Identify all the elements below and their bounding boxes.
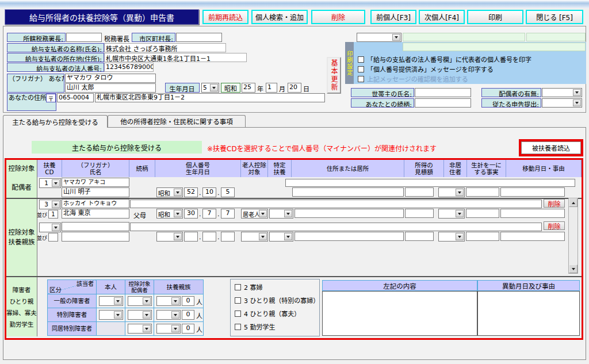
print-settings-dropdown[interactable] [357, 33, 401, 42]
dependent1-livelihood-input[interactable] [466, 209, 499, 218]
change-date-reason-textarea[interactable] [477, 291, 580, 336]
birth-month-input[interactable]: 1 [266, 83, 277, 93]
dependent2-birth-year-input[interactable] [184, 232, 198, 242]
employer-name-label: 給与支払者の名称(氏名): [7, 43, 104, 52]
spouse-income-input[interactable] [405, 187, 434, 197]
dependent2-cd-dropdown[interactable] [39, 223, 61, 232]
birth-year-input[interactable]: 25 [242, 83, 255, 93]
dependent1-furigana-input[interactable]: ホッカイ トウキョウ [62, 199, 129, 208]
single-parent-special-checkbox-row: 3 ひとり親（特別の寡婦） [235, 296, 319, 305]
close-button[interactable]: 閉じる [F5] [526, 10, 583, 24]
secondary-declaration-dropdown[interactable] [542, 98, 582, 108]
dependent2-number-field[interactable] [130, 223, 542, 231]
left-content-header: 左記の内容 [322, 280, 477, 291]
dependent1-specific-dropdown[interactable] [269, 209, 293, 219]
dependent2-elderly-dropdown[interactable] [241, 232, 268, 242]
municipality-input[interactable] [176, 33, 222, 42]
dependent2-change-input[interactable] [500, 232, 565, 241]
dependent1-number-field[interactable] [130, 200, 542, 208]
special-disability-spouse-dropdown[interactable] [128, 310, 152, 320]
delete-button[interactable]: 削除 [311, 10, 365, 24]
dependent2-birth-day-input[interactable] [221, 232, 235, 242]
dependent1-change-input[interactable] [500, 209, 565, 218]
employer-address-input[interactable]: 札幌市中央区大通東1条北1丁目1－1 [104, 53, 247, 62]
checkbox-icon[interactable] [358, 66, 364, 72]
previous-person-button[interactable]: 前個人[F3] [370, 10, 416, 24]
spouse-nonresident-dropdown[interactable] [438, 187, 465, 197]
dependent2-era-dropdown[interactable] [156, 232, 183, 242]
dependent2-furigana-input[interactable] [62, 222, 129, 231]
load-dependents-button[interactable]: 被扶養者読込 [521, 141, 581, 154]
dependent1-birth-year-input[interactable]: 30 [184, 209, 198, 219]
spouse-cd-dropdown[interactable]: 1 [39, 178, 61, 188]
postal-code-input[interactable]: 065-0004 [57, 93, 94, 102]
tax-office-input[interactable] [66, 33, 102, 42]
cohabit-special-disability-spouse-dropdown[interactable] [128, 324, 152, 334]
reload-previous-period-button[interactable]: 前期再読込 [202, 10, 248, 24]
checkbox-icon[interactable] [235, 324, 241, 330]
dependent2-income-input[interactable] [405, 232, 434, 241]
basic-update-button[interactable]: 基本更新 [327, 57, 341, 94]
employer-name-input[interactable]: 株式会社 さっぽろ事務所 [104, 43, 226, 52]
spouse-address-input[interactable] [292, 187, 404, 197]
dependent1-birth-day-input[interactable]: 7 [221, 209, 235, 219]
dependent2-delete-button[interactable]: 削除 [544, 221, 565, 230]
dependent1-order-input[interactable]: 1 [48, 210, 58, 219]
spouse-furigana-input[interactable]: ヤマカワ アキコ [62, 178, 129, 187]
checkbox-icon[interactable] [358, 76, 364, 82]
dropdown-arrow-icon [143, 297, 151, 305]
dependent1-name-input[interactable]: 北海 東京 [62, 209, 129, 219]
dependent2-birth-month-input[interactable] [202, 232, 216, 242]
spouse-name-input[interactable]: 山川 明子 [62, 187, 129, 197]
dependent1-nonresident-dropdown[interactable] [438, 209, 465, 219]
spouse-birth-day-input[interactable]: 5 [221, 187, 235, 197]
dependent2-order-input[interactable] [48, 233, 58, 242]
checkbox-icon[interactable] [235, 284, 241, 290]
spouse-birth-month-input[interactable]: 10 [202, 187, 216, 197]
next-person-button[interactable]: 次個人[F4] [419, 10, 465, 24]
birth-era-code-dropdown[interactable]: 5 [201, 83, 219, 93]
employee-address-input[interactable]: 札幌市東区北四条東9丁目1－2 [95, 93, 325, 102]
spouse-presence-dropdown[interactable] [542, 88, 582, 97]
special-disability-self-dropdown[interactable] [99, 310, 123, 320]
checkbox-icon[interactable] [235, 297, 241, 304]
checkbox-icon[interactable] [358, 56, 364, 63]
dependent2-livelihood-input[interactable] [466, 232, 499, 241]
birth-day-input[interactable]: 20 [288, 83, 301, 93]
dependent1-birth-month-input[interactable]: 7 [202, 209, 216, 219]
dependent1-elderly-dropdown[interactable]: 居老人 [241, 209, 268, 219]
spouse-era-dropdown[interactable]: 昭和 [156, 187, 183, 197]
dependent2-name-input[interactable] [62, 232, 129, 242]
print-button[interactable]: 印刷 [467, 10, 523, 24]
general-disability-self-dropdown[interactable] [99, 296, 123, 306]
general-disability-dependent-dropdown[interactable] [156, 296, 181, 306]
dependent1-income-input[interactable] [405, 209, 434, 218]
tab-other-income-resident-tax[interactable]: 他の所得者控除・住民税に関する事項 [108, 115, 246, 127]
scroll-down-icon[interactable] [569, 265, 577, 273]
dependent1-era-dropdown[interactable]: 昭和 [156, 209, 183, 219]
spouse-number-field[interactable] [285, 179, 575, 187]
spouse-birth-year-input[interactable]: 52 [184, 187, 198, 197]
employer-corp-number-input[interactable]: 1234567890000 [104, 63, 154, 72]
spouse-change-input[interactable] [500, 187, 565, 197]
tab-main-salary-deduction[interactable]: 主たる給与から控除を受ける [3, 115, 108, 128]
cohabit-special-disability-dependent-dropdown[interactable] [156, 324, 181, 334]
dependent1-delete-button[interactable]: 削除 [544, 199, 565, 208]
dependent2-address-input[interactable] [294, 232, 404, 241]
dependent2-specific-dropdown[interactable] [269, 232, 293, 242]
general-disability-spouse-dropdown[interactable] [128, 296, 152, 306]
scroll-up-icon[interactable] [569, 198, 577, 207]
dependent1-address-input[interactable] [294, 209, 404, 218]
spouse-livelihood-input[interactable] [466, 187, 499, 197]
household-head-input[interactable] [415, 88, 471, 97]
person-search-add-button[interactable]: 個人検索・追加 [251, 10, 308, 24]
checkbox-icon[interactable] [235, 311, 241, 317]
dependent2-nonresident-dropdown[interactable] [438, 232, 465, 242]
special-disability-dependent-dropdown[interactable] [156, 310, 181, 320]
employee-name-input[interactable]: 山川 太郎 [65, 83, 156, 93]
dependents-scrollbar[interactable] [568, 198, 578, 274]
relation-to-you-input[interactable] [415, 98, 471, 108]
dependent1-cd-dropdown[interactable]: 3 [39, 200, 61, 209]
left-content-textarea[interactable] [322, 291, 477, 336]
employee-furigana-input[interactable]: ヤマカワ タロウ [65, 74, 156, 83]
